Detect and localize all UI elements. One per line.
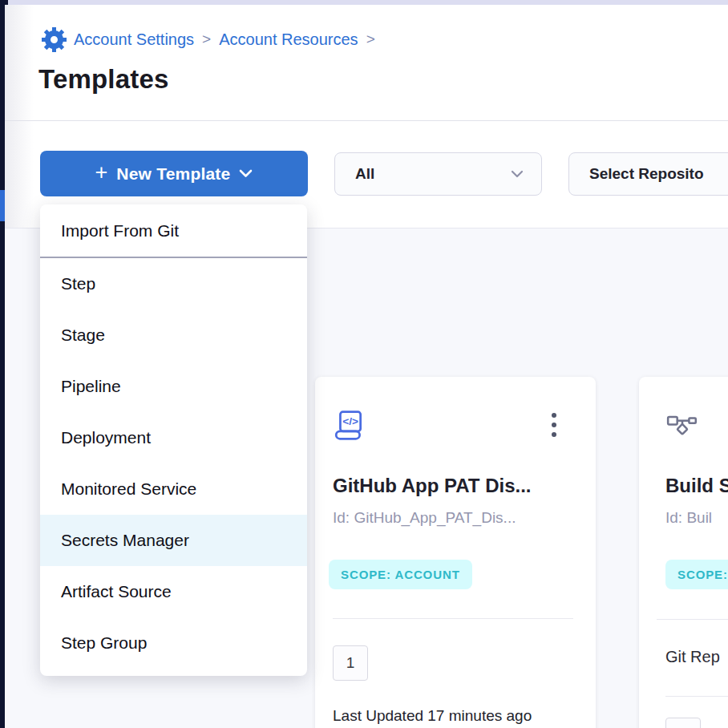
template-type-filter[interactable]: All xyxy=(334,152,542,196)
version-badge[interactable]: 1 xyxy=(333,645,368,681)
breadcrumb-account-resources[interactable]: Account Resources xyxy=(219,30,358,49)
card-title: Build S xyxy=(665,475,728,497)
menu-item-step[interactable]: Step xyxy=(40,258,307,309)
breadcrumb-account-settings[interactable]: Account Settings xyxy=(74,30,194,49)
menu-item-step-group[interactable]: Step Group xyxy=(40,617,307,669)
card-divider xyxy=(657,619,728,620)
scope-badge: SCOPE: xyxy=(665,560,728,589)
menu-item-monitored-service[interactable]: Monitored Service xyxy=(40,463,307,515)
new-template-button[interactable]: + New Template xyxy=(40,151,308,196)
repo-filter-value: Select Reposito xyxy=(589,165,704,183)
new-template-label: New Template xyxy=(116,164,230,184)
templates-page: Account Settings > Account Resources > T… xyxy=(0,0,728,728)
code-template-icon: </> xyxy=(333,409,366,443)
menu-item-deployment[interactable]: Deployment xyxy=(40,412,307,463)
new-template-dropdown-menu: Import From Git Step Stage Pipeline Depl… xyxy=(40,204,307,676)
repository-filter[interactable]: Select Reposito xyxy=(568,152,728,196)
last-updated-text: Last Updated 17 minutes ago xyxy=(333,707,532,725)
header-divider xyxy=(5,120,728,121)
svg-text:</>: </> xyxy=(342,415,358,427)
card-title: GitHub App PAT Dis... xyxy=(333,475,586,497)
breadcrumb: Account Settings > Account Resources > xyxy=(42,26,376,52)
version-badge[interactable] xyxy=(665,718,701,728)
git-repo-label: Git Rep xyxy=(665,648,720,666)
card-id: Id: Buil xyxy=(665,509,728,527)
scope-badge: SCOPE: ACCOUNT xyxy=(329,560,472,589)
type-filter-value: All xyxy=(355,165,374,183)
template-card-github-app-pat[interactable]: </> GitHub App PAT Dis... Id: GitHub_App… xyxy=(315,377,596,728)
menu-item-pipeline[interactable]: Pipeline xyxy=(40,361,307,412)
breadcrumb-separator: > xyxy=(201,30,212,48)
stage-template-icon xyxy=(665,409,699,443)
card-menu-kebab-icon[interactable] xyxy=(546,409,562,441)
plus-icon: + xyxy=(95,162,108,184)
card-divider xyxy=(665,696,728,697)
active-nav-indicator xyxy=(0,190,5,221)
menu-item-secrets-manager[interactable]: Secrets Manager xyxy=(40,515,307,566)
gear-icon xyxy=(42,27,67,52)
menu-item-artifact-source[interactable]: Artifact Source xyxy=(40,566,307,617)
chevron-down-icon xyxy=(511,170,524,178)
card-id: Id: GitHub_App_PAT_Dis... xyxy=(333,509,586,527)
page-title: Templates xyxy=(38,64,169,95)
top-edge-bar xyxy=(0,0,728,5)
template-card-build-stage[interactable]: Build S Id: Buil SCOPE: Git Rep xyxy=(639,377,728,728)
menu-item-stage[interactable]: Stage xyxy=(40,309,307,361)
chevron-down-icon xyxy=(239,169,253,178)
card-divider xyxy=(333,618,573,619)
breadcrumb-separator: > xyxy=(366,30,376,48)
menu-item-import-from-git[interactable]: Import From Git xyxy=(40,205,307,257)
